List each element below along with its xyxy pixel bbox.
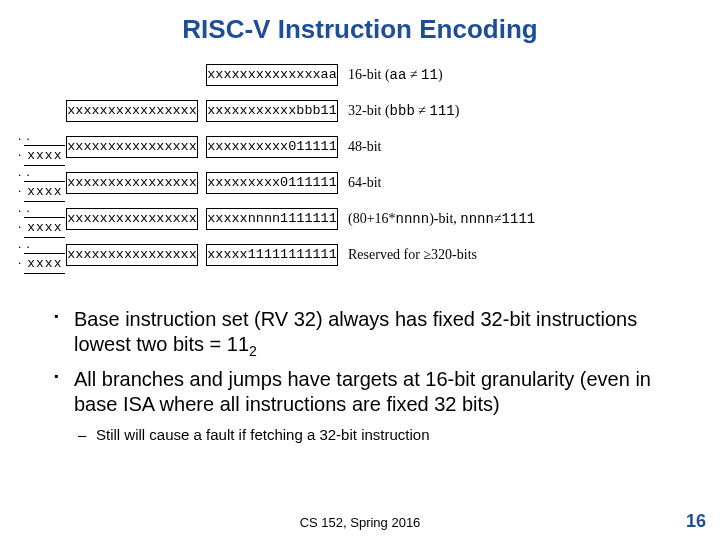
page-number: 16 xyxy=(686,511,706,532)
bitfield: xxxxxxxxxxxxxxaa xyxy=(206,64,338,86)
sub-bullet-item: Still will cause a fault if fetching a 3… xyxy=(60,425,682,445)
row-320bit: · · ·xxxx xxxxxxxxxxxxxxxx xxxxx11111111… xyxy=(18,243,702,267)
row-label: (80+16*nnnn)-bit, nnnn≠1111 xyxy=(338,211,535,227)
row-64bit: · · ·xxxx xxxxxxxxxxxxxxxx xxxxxxxxx0111… xyxy=(18,171,702,195)
bitfield: xxxxxxxxxxxbbb11 xyxy=(206,100,338,122)
slide-footer: CS 152, Spring 2016 xyxy=(0,515,720,530)
bitfield: xxxxxxxxxxxxxxxx xyxy=(66,172,198,194)
bitfield: xxxxxnnnn1111111 xyxy=(206,208,338,230)
row-label: 48-bit xyxy=(338,139,381,155)
bullet-list: Base instruction set (RV 32) always has … xyxy=(0,279,720,444)
row-label: Reserved for ≥320-bits xyxy=(338,247,477,263)
ellipsis: · · ·xxxx xyxy=(18,131,66,163)
row-80bit: · · ·xxxx xxxxxxxxxxxxxxxx xxxxxnnnn1111… xyxy=(18,207,702,231)
slide-title: RISC-V Instruction Encoding xyxy=(0,0,720,55)
bullet-item: All branches and jumps have targets at 1… xyxy=(60,367,682,417)
row-32bit: xxxxxxxxxxxxxxxx xxxxxxxxxxxbbb11 32-bit… xyxy=(18,99,702,123)
bitfield: xxxxxxxxxxxxxxxx xyxy=(66,100,198,122)
bullet-item: Base instruction set (RV 32) always has … xyxy=(60,307,682,361)
bitfield: xxxxxxxxxxxxxxxx xyxy=(66,136,198,158)
row-label: 32-bit (bbb ≠ 111) xyxy=(338,103,459,119)
ellipsis: · · ·xxxx xyxy=(18,167,66,199)
encoding-diagram: xxxxxxxxxxxxxxaa 16-bit (aa ≠ 11) xxxxxx… xyxy=(0,55,720,267)
bitfield: xxxxxxxxxx011111 xyxy=(206,136,338,158)
bitfield: xxxxxxxxxxxxxxxx xyxy=(66,244,198,266)
bitfield: xxxxx11111111111 xyxy=(206,244,338,266)
bitfield: xxxxxxxxx0111111 xyxy=(206,172,338,194)
bitfield: xxxxxxxxxxxxxxxx xyxy=(66,208,198,230)
row-label: 16-bit (aa ≠ 11) xyxy=(338,67,443,83)
row-16bit: xxxxxxxxxxxxxxaa 16-bit (aa ≠ 11) xyxy=(18,63,702,87)
row-48bit: · · ·xxxx xxxxxxxxxxxxxxxx xxxxxxxxxx011… xyxy=(18,135,702,159)
ellipsis: · · ·xxxx xyxy=(18,239,66,271)
row-label: 64-bit xyxy=(338,175,381,191)
ellipsis: · · ·xxxx xyxy=(18,203,66,235)
